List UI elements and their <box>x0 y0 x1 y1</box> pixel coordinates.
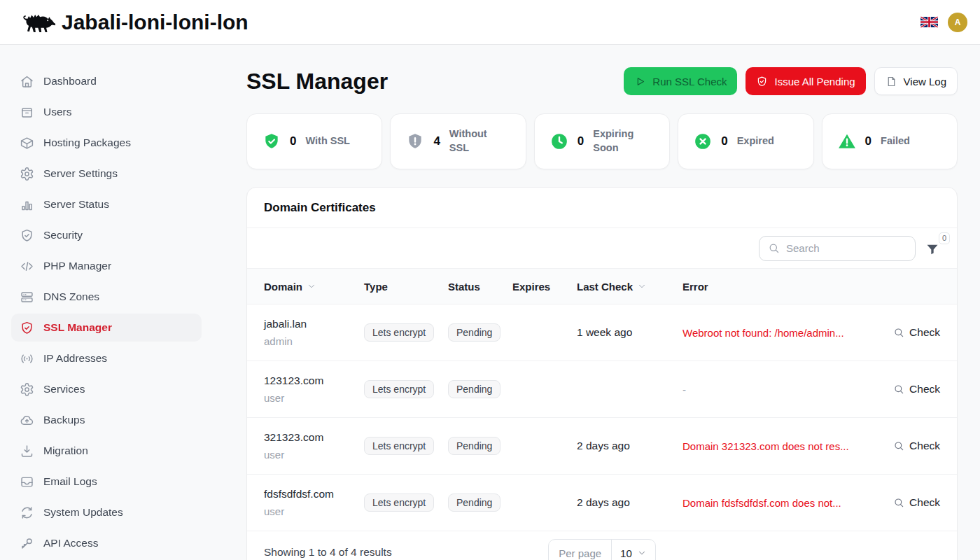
sidebar-item-label: DNS Zones <box>43 290 99 303</box>
chevron-down-icon <box>637 548 647 558</box>
sidebar-item-security[interactable]: Security <box>11 221 202 249</box>
app-title: Jabali-loni-loni-lon <box>62 10 248 34</box>
sidebar-item-label: Backups <box>43 414 85 426</box>
cloud-upload-icon <box>20 413 34 428</box>
sidebar-item-ip-addresses[interactable]: IP Addresses <box>11 344 202 372</box>
home-icon <box>20 74 34 89</box>
sidebar-item-dns-zones[interactable]: DNS Zones <box>11 283 202 311</box>
column-header-error: Error <box>682 281 891 293</box>
column-header-domain[interactable]: Domain <box>264 281 364 293</box>
sidebar-item-server-status[interactable]: Server Status <box>11 190 202 218</box>
sidebar-item-email-logs[interactable]: Email Logs <box>11 468 202 496</box>
chevron-down-icon <box>307 281 316 291</box>
domain-certificates-panel: Domain Certificates 0 Domain Type Status… <box>246 187 958 560</box>
stat-card-expiring-soon: 0 Expiring Soon <box>534 113 670 169</box>
table-header: Domain Type Status Expires Last Check Er… <box>247 269 957 304</box>
sidebar-item-backups[interactable]: Backups <box>11 406 202 434</box>
main-content: SSL Manager Run SSL Check Issue All Pend… <box>213 0 980 560</box>
bar-chart-icon <box>20 197 34 212</box>
search-icon <box>768 242 780 254</box>
sidebar-item-label: API Access <box>43 537 98 550</box>
run-ssl-check-button[interactable]: Run SSL Check <box>624 67 737 95</box>
boar-logo-icon <box>21 8 56 36</box>
key-icon <box>20 536 34 551</box>
check-button[interactable]: Check <box>893 440 940 452</box>
shield-alert-filled-icon <box>406 132 424 150</box>
sidebar-item-dashboard[interactable]: Dashboard <box>11 67 202 95</box>
table-row: 321323.com user Lets encrypt Pending 2 d… <box>247 417 957 474</box>
sidebar-item-ssl-manager[interactable]: SSL Manager <box>11 314 202 342</box>
type-badge: Lets encrypt <box>364 323 434 342</box>
column-header-expires: Expires <box>512 281 577 293</box>
type-badge: Lets encrypt <box>364 437 434 455</box>
view-log-button[interactable]: View Log <box>874 67 958 95</box>
sidebar-item-label: Services <box>43 383 85 396</box>
server-icon <box>20 290 34 304</box>
row-error: Domain fdsfsdfdsf.com does not... <box>682 497 891 509</box>
row-error: Webroot not found: /home/admin... <box>682 327 891 339</box>
sidebar-item-migration[interactable]: Migration <box>11 437 202 465</box>
sidebar-item-label: Server Settings <box>43 167 118 180</box>
filter-button[interactable]: 0 <box>925 236 950 261</box>
play-icon <box>634 76 646 88</box>
alert-triangle-filled-icon <box>838 132 856 150</box>
check-button[interactable]: Check <box>893 496 940 509</box>
row-user: admin <box>264 335 364 347</box>
status-badge: Pending <box>448 493 500 512</box>
per-page-value: 10 <box>620 547 632 559</box>
table-row: jabali.lan admin Lets encrypt Pending 1 … <box>247 304 957 360</box>
stat-card-without-ssl: 4 Without SSL <box>390 113 526 169</box>
status-badge: Pending <box>448 380 500 398</box>
panel-title: Domain Certificates <box>264 201 376 215</box>
stat-card-with-ssl: 0 With SSL <box>246 113 382 169</box>
filter-count-badge: 0 <box>939 232 950 244</box>
sidebar-item-label: System Updates <box>43 506 123 519</box>
search-icon <box>893 327 904 338</box>
per-page-select[interactable]: Per page 10 <box>548 539 656 560</box>
sidebar-item-label: Email Logs <box>43 475 97 488</box>
shield-check-filled-icon <box>262 132 281 150</box>
stat-card-expired: 0 Expired <box>678 113 813 169</box>
sidebar-item-api-access[interactable]: API Access <box>11 529 202 557</box>
sidebar-item-system-updates[interactable]: System Updates <box>11 498 202 526</box>
stat-card-failed: 0 Failed <box>822 113 958 169</box>
check-button[interactable]: Check <box>893 383 940 396</box>
avatar[interactable]: A <box>948 13 967 32</box>
search-input-wrap <box>759 236 916 261</box>
search-input[interactable] <box>786 242 906 254</box>
inbox-icon <box>20 475 34 489</box>
sidebar-item-hosting-packages[interactable]: Hosting Packages <box>11 129 202 157</box>
broadcast-icon <box>20 351 34 366</box>
sidebar-item-server-settings[interactable]: Server Settings <box>11 160 202 188</box>
type-badge: Lets encrypt <box>364 380 434 398</box>
table-row: 123123.com user Lets encrypt Pending - C… <box>247 360 957 417</box>
row-user: user <box>264 449 364 461</box>
shield-check-icon <box>20 321 34 335</box>
table-footer: Showing 1 to 4 of 4 results Per page 10 <box>247 531 957 560</box>
clock-filled-icon <box>550 132 568 150</box>
app-header: Jabali-loni-loni-lon A <box>0 0 980 45</box>
column-header-type: Type <box>364 281 448 293</box>
sidebar-item-users[interactable]: Users <box>11 98 202 126</box>
sidebar-item-services[interactable]: Services <box>11 375 202 403</box>
row-domain: fdsfsdfdsf.com <box>264 488 364 500</box>
sidebar-item-label: Dashboard <box>43 75 97 88</box>
per-page-label: Per page <box>549 540 611 560</box>
document-icon <box>886 76 897 88</box>
filter-funnel-icon <box>925 242 939 256</box>
sidebar-item-label: Security <box>43 229 83 241</box>
sidebar-item-label: IP Addresses <box>43 352 107 365</box>
issue-all-pending-button[interactable]: Issue All Pending <box>746 67 865 95</box>
language-flag-icon[interactable] <box>920 16 938 28</box>
row-user: user <box>264 505 364 517</box>
shield-check-icon <box>20 228 34 243</box>
gear-icon <box>20 382 34 397</box>
row-domain: 321323.com <box>264 431 364 444</box>
page-title: SSL Manager <box>246 69 388 94</box>
column-header-status: Status <box>448 281 512 293</box>
sidebar-item-php-manager[interactable]: PHP Manager <box>11 252 202 280</box>
check-button[interactable]: Check <box>893 326 940 339</box>
sidebar-item-label: SSL Manager <box>43 321 112 334</box>
status-badge: Pending <box>448 437 500 455</box>
column-header-last-check[interactable]: Last Check <box>577 281 682 293</box>
